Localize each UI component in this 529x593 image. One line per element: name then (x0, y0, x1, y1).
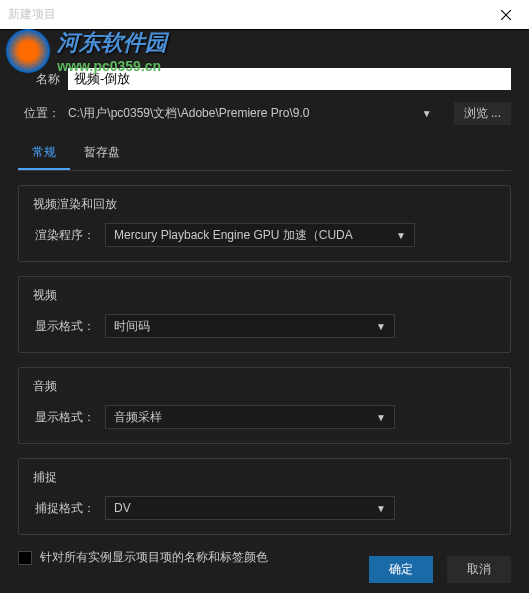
close-button[interactable] (491, 5, 521, 25)
chevron-down-icon: ▼ (422, 108, 432, 119)
footer: 确定 取消 (0, 545, 529, 593)
audio-format-select[interactable]: 音频采样 ▼ (105, 405, 395, 429)
ok-button[interactable]: 确定 (369, 556, 433, 583)
video-format-select[interactable]: 时间码 ▼ (105, 314, 395, 338)
video-format-value: 时间码 (114, 318, 150, 335)
audio-format-value: 音频采样 (114, 409, 162, 426)
tab-scratch-disks[interactable]: 暂存盘 (70, 137, 134, 170)
location-dropdown[interactable]: C:\用户\pc0359\文档\Adobe\Premiere Pro\9.0 ▼ (68, 105, 442, 122)
tab-general[interactable]: 常规 (18, 137, 70, 170)
tabs: 常规 暂存盘 (18, 137, 511, 171)
close-icon (501, 10, 511, 20)
chevron-down-icon: ▼ (376, 412, 386, 423)
chevron-down-icon: ▼ (376, 503, 386, 514)
audio-title: 音频 (33, 378, 496, 395)
window-title: 新建项目 (8, 6, 56, 23)
name-input[interactable] (68, 68, 511, 90)
capture-format-value: DV (114, 501, 131, 515)
cancel-button[interactable]: 取消 (447, 556, 511, 583)
render-playback-title: 视频渲染和回放 (33, 196, 496, 213)
render-playback-group: 视频渲染和回放 渲染程序： Mercury Playback Engine GP… (18, 185, 511, 262)
renderer-label: 渲染程序： (33, 227, 95, 244)
audio-group: 音频 显示格式： 音频采样 ▼ (18, 367, 511, 444)
video-title: 视频 (33, 287, 496, 304)
capture-title: 捕捉 (33, 469, 496, 486)
audio-format-label: 显示格式： (33, 409, 95, 426)
location-row: 位置： C:\用户\pc0359\文档\Adobe\Premiere Pro\9… (18, 102, 511, 125)
chevron-down-icon: ▼ (396, 230, 406, 241)
name-label: 名称 (18, 71, 60, 88)
video-format-label: 显示格式： (33, 318, 95, 335)
name-row: 名称 (18, 68, 511, 90)
capture-format-label: 捕捉格式： (33, 500, 95, 517)
titlebar: 新建项目 (0, 0, 529, 30)
renderer-value: Mercury Playback Engine GPU 加速（CUDA (114, 227, 353, 244)
location-label: 位置： (18, 105, 60, 122)
renderer-select[interactable]: Mercury Playback Engine GPU 加速（CUDA ▼ (105, 223, 415, 247)
capture-format-select[interactable]: DV ▼ (105, 496, 395, 520)
capture-group: 捕捉 捕捉格式： DV ▼ (18, 458, 511, 535)
browse-button[interactable]: 浏览 ... (454, 102, 511, 125)
chevron-down-icon: ▼ (376, 321, 386, 332)
video-group: 视频 显示格式： 时间码 ▼ (18, 276, 511, 353)
location-value: C:\用户\pc0359\文档\Adobe\Premiere Pro\9.0 (68, 105, 309, 122)
